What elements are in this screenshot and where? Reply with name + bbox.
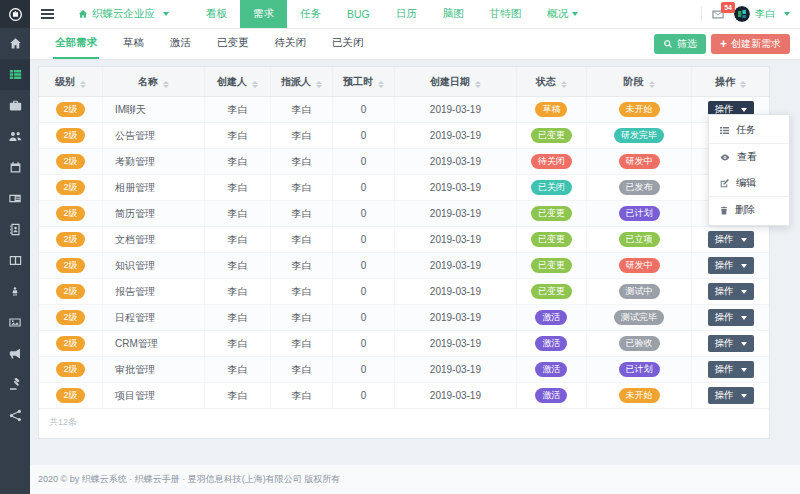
sort-icon[interactable] [252, 81, 258, 88]
chevron-down-icon [163, 12, 169, 16]
sort-icon[interactable] [378, 81, 384, 88]
sidebar-item-image[interactable] [0, 307, 30, 338]
tab-active[interactable]: 激活 [168, 29, 193, 59]
status-badge: 已关闭 [531, 180, 572, 195]
row-action-button[interactable]: 操作 [708, 387, 754, 404]
chevron-down-icon [741, 264, 747, 268]
sidebar-item-share-alt[interactable] [0, 400, 30, 431]
level-badge: 2级 [56, 336, 84, 351]
sort-icon[interactable] [740, 81, 746, 88]
sidebar-item-th-list[interactable] [0, 59, 30, 90]
created-date-cell: 2019-03-19 [394, 123, 516, 149]
menu-item-view[interactable]: 查看 [709, 144, 789, 170]
table-row: 2级 审批管理 李白 李白 0 2019-03-19 激活 已计划 操作 [39, 357, 769, 383]
tasks-icon [719, 125, 730, 136]
user-menu[interactable]: 李白 [734, 6, 790, 22]
menu-item-delete[interactable]: 删除 [709, 197, 789, 223]
created-date-cell: 2019-03-19 [394, 331, 516, 357]
stage-badge: 未开始 [619, 388, 660, 403]
create-requirement-button[interactable]: + 创建新需求 [711, 34, 790, 54]
column-header[interactable]: 级别 [39, 67, 103, 97]
nav-item-bug[interactable]: BUG [334, 0, 383, 28]
column-header[interactable]: 预工时 [332, 67, 394, 97]
column-header[interactable]: 指派人 [270, 67, 332, 97]
sort-icon[interactable] [80, 81, 86, 88]
app-title: 织蝶云企业应 [92, 7, 155, 21]
sidebar-item-gavel[interactable] [0, 369, 30, 400]
assignee-cell: 李白 [270, 175, 332, 201]
users-icon [8, 130, 22, 143]
estimated-hours-cell: 0 [332, 97, 394, 123]
created-date-cell: 2019-03-19 [394, 279, 516, 305]
row-action-button[interactable]: 操作 [708, 257, 754, 274]
app-window: 织蝶云企业应 看板需求任务BUG日历脑图甘特图概况 54 李白 [0, 0, 800, 494]
tab-changed[interactable]: 已变更 [215, 29, 251, 59]
notification-count-badge: 54 [721, 2, 735, 13]
nav-item-overview[interactable]: 概况 [534, 0, 591, 28]
notifications-button[interactable]: 54 [711, 8, 725, 21]
created-date-cell: 2019-03-19 [394, 149, 516, 175]
sidebar-item-users[interactable] [0, 121, 30, 152]
level-badge: 2级 [56, 258, 84, 273]
sidebar-item-id-card[interactable] [0, 183, 30, 214]
assignee-cell: 李白 [270, 305, 332, 331]
app-logo-icon[interactable] [0, 0, 30, 28]
app-switcher[interactable]: 织蝶云企业应 [78, 0, 169, 28]
sort-icon[interactable] [475, 81, 481, 88]
tab-all[interactable]: 全部需求 [53, 29, 99, 59]
estimated-hours-cell: 0 [332, 331, 394, 357]
assignee-cell: 李白 [270, 97, 332, 123]
sort-icon[interactable] [163, 81, 169, 88]
row-action-button[interactable]: 操作 [708, 283, 754, 300]
sidebar-item-calendar[interactable] [0, 152, 30, 183]
hamburger-menu-icon[interactable] [39, 0, 56, 28]
creator-cell: 李白 [205, 383, 271, 409]
column-header[interactable]: 状态 [516, 67, 586, 97]
image-icon [8, 316, 22, 329]
sidebar-item-home[interactable] [0, 28, 30, 59]
tab-to-close[interactable]: 待关闭 [273, 29, 309, 59]
nav-item-kanban[interactable]: 看板 [193, 0, 240, 28]
sidebar-item-address-book[interactable] [0, 214, 30, 245]
sidebar-item-bullhorn[interactable] [0, 338, 30, 369]
chevron-down-icon [784, 12, 790, 16]
row-action-button[interactable]: 操作 [708, 335, 754, 352]
column-header[interactable]: 操作 [692, 67, 769, 97]
estimated-hours-cell: 0 [332, 123, 394, 149]
menu-item-edit[interactable]: 编辑 [709, 170, 789, 196]
nav-item-tasks[interactable]: 任务 [287, 0, 334, 28]
column-header[interactable]: 创建日期 [394, 67, 516, 97]
sort-icon[interactable] [649, 81, 655, 88]
chevron-down-icon [741, 316, 747, 320]
column-header[interactable]: 创建人 [205, 67, 271, 97]
estimated-hours-cell: 0 [332, 253, 394, 279]
created-date-cell: 2019-03-19 [394, 227, 516, 253]
requirement-name: 审批管理 [103, 357, 205, 383]
creator-cell: 李白 [205, 331, 271, 357]
menu-item-task[interactable]: 任务 [709, 117, 789, 143]
row-action-button[interactable]: 操作 [708, 361, 754, 378]
sidebar-item-briefcase[interactable] [0, 90, 30, 121]
estimated-hours-cell: 0 [332, 383, 394, 409]
row-action-button[interactable]: 操作 [708, 231, 754, 248]
table-row: 2级 相册管理 李白 李白 0 2019-03-19 已关闭 已发布 操作 [39, 175, 769, 201]
sidebar-item-columns[interactable] [0, 245, 30, 276]
estimated-hours-cell: 0 [332, 357, 394, 383]
status-badge: 激活 [535, 310, 567, 325]
column-header[interactable]: 阶段 [586, 67, 691, 97]
filter-button[interactable]: 筛选 [654, 34, 706, 54]
nav-item-mindmap[interactable]: 脑图 [430, 0, 477, 28]
calendar-icon [9, 161, 22, 174]
tab-draft[interactable]: 草稿 [121, 29, 146, 59]
requirement-name: 文档管理 [103, 227, 205, 253]
nav-item-gantt[interactable]: 甘特图 [477, 0, 535, 28]
sort-icon[interactable] [316, 81, 322, 88]
requirements-table-card: 级别名称创建人指派人预工时创建日期状态阶段操作 2级 IM聊天 李白 李白 0 … [38, 66, 770, 439]
nav-item-calendar[interactable]: 日历 [383, 0, 430, 28]
sort-icon[interactable] [561, 81, 567, 88]
tab-closed[interactable]: 已关闭 [330, 29, 366, 59]
nav-item-requirements[interactable]: 需求 [240, 0, 287, 28]
row-action-button[interactable]: 操作 [708, 309, 754, 326]
sidebar-item-male[interactable] [0, 276, 30, 307]
column-header[interactable]: 名称 [103, 67, 205, 97]
